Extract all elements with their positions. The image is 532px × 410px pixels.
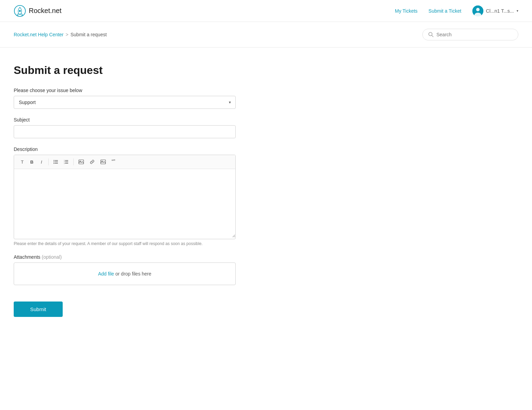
nav-area: My Tickets Submit a Ticket Cl...n1 T...s… xyxy=(395,5,518,16)
toolbar-quote-btn[interactable]: “” xyxy=(109,158,117,166)
svg-text:3.: 3. xyxy=(64,163,65,164)
svg-rect-7 xyxy=(55,160,58,161)
my-tickets-link[interactable]: My Tickets xyxy=(395,8,418,14)
issue-type-label: Please choose your issue below xyxy=(14,88,247,93)
subject-label: Subject xyxy=(14,117,247,123)
avatar-icon xyxy=(472,5,483,16)
toolbar-text-btn[interactable]: T xyxy=(18,158,26,166)
header: Rocket.net My Tickets Submit a Ticket Cl… xyxy=(0,0,532,22)
search-box[interactable] xyxy=(422,29,518,40)
toolbar-italic-btn[interactable]: I xyxy=(37,158,46,166)
search-icon xyxy=(428,32,434,37)
search-input[interactable] xyxy=(436,32,512,37)
attachments-label: Attachments (optional) xyxy=(14,254,247,260)
breadcrumb-separator: > xyxy=(66,32,69,37)
avatar xyxy=(472,5,483,16)
svg-point-12 xyxy=(53,163,54,164)
svg-point-1 xyxy=(19,10,21,12)
toolbar-separator-2 xyxy=(73,158,74,165)
issue-type-group: Please choose your issue below Support B… xyxy=(14,88,247,109)
breadcrumb: Rocket.net Help Center > Submit a reques… xyxy=(14,32,107,37)
page-title: Submit a request xyxy=(14,64,247,77)
add-file-link[interactable]: Add file xyxy=(98,271,114,277)
description-editor: T B I xyxy=(14,155,236,239)
breadcrumb-current: Submit a request xyxy=(71,32,107,37)
editor-toolbar: T B I xyxy=(14,155,235,169)
description-label: Description xyxy=(14,146,247,152)
subject-group: Subject xyxy=(14,117,247,138)
svg-rect-8 xyxy=(55,162,58,162)
inline-image-icon xyxy=(100,159,106,165)
user-menu[interactable]: Cl...n1 T...s... ▾ xyxy=(472,5,518,16)
breadcrumb-home[interactable]: Rocket.net Help Center xyxy=(14,32,64,37)
svg-rect-9 xyxy=(55,163,58,164)
main-content: Submit a request Please choose your issu… xyxy=(0,48,260,333)
toolbar-ol-btn[interactable]: 1. 2. 3. xyxy=(62,158,71,166)
description-group: Description T B I xyxy=(14,146,247,246)
attachments-dropzone[interactable]: Add file or drop files here xyxy=(14,262,236,285)
description-textarea[interactable] xyxy=(14,169,235,238)
svg-point-3 xyxy=(476,8,480,11)
toolbar-image-url-btn[interactable] xyxy=(76,158,86,166)
svg-line-6 xyxy=(432,36,433,37)
image-url-icon xyxy=(78,159,84,165)
sub-header: Rocket.net Help Center > Submit a reques… xyxy=(0,22,532,48)
svg-point-10 xyxy=(53,160,54,161)
ordered-list-icon: 1. 2. 3. xyxy=(64,159,69,164)
chevron-down-icon: ▾ xyxy=(517,9,518,13)
toolbar-separator-1 xyxy=(48,158,49,165)
svg-rect-13 xyxy=(65,160,68,161)
submit-button[interactable]: Submit xyxy=(14,302,63,317)
unordered-list-icon xyxy=(53,159,58,164)
rocket-logo-icon xyxy=(14,5,26,17)
user-name: Cl...n1 T...s... xyxy=(486,8,514,14)
description-hint: Please enter the details of your request… xyxy=(14,241,236,246)
subject-input[interactable] xyxy=(14,125,236,138)
toolbar-link-btn[interactable] xyxy=(87,158,97,166)
svg-rect-19 xyxy=(79,160,84,164)
svg-rect-14 xyxy=(65,162,68,162)
svg-point-11 xyxy=(53,162,54,162)
link-icon xyxy=(89,159,95,165)
issue-type-wrapper: Support Billing Technical Other xyxy=(14,96,236,109)
logo-text: Rocket.net xyxy=(29,7,62,15)
attachments-group: Attachments (optional) Add file or drop … xyxy=(14,254,247,285)
issue-type-select[interactable]: Support Billing Technical Other xyxy=(14,96,236,109)
svg-rect-15 xyxy=(65,163,68,164)
toolbar-inline-image-btn[interactable] xyxy=(98,158,108,166)
submit-ticket-link[interactable]: Submit a Ticket xyxy=(429,8,461,14)
drop-files-label: or drop files here xyxy=(115,271,151,277)
logo[interactable]: Rocket.net xyxy=(14,5,62,17)
toolbar-bold-btn[interactable]: B xyxy=(28,158,36,166)
svg-rect-21 xyxy=(101,160,106,164)
toolbar-ul-btn[interactable] xyxy=(51,158,60,166)
